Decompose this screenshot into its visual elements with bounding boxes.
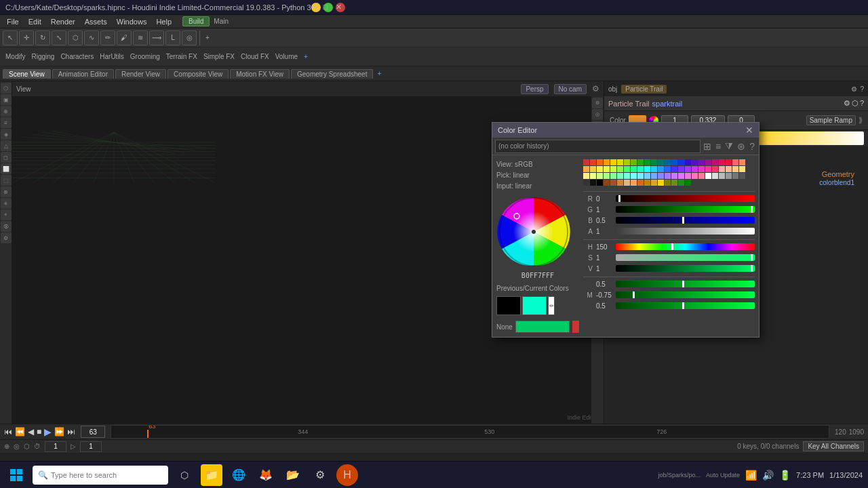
folder-icon[interactable]: 📂 <box>282 464 304 486</box>
palette-cell[interactable] <box>617 173 623 179</box>
palette-cell[interactable] <box>726 166 732 172</box>
frame-number-input[interactable] <box>81 426 105 438</box>
color-wheel[interactable] <box>496 195 571 269</box>
palette-cell[interactable] <box>624 173 630 179</box>
vrt-1[interactable]: ⚙ <box>592 98 603 108</box>
palette-cell[interactable] <box>732 173 738 179</box>
tab-scene-view[interactable]: Scene View <box>3 69 51 79</box>
tab-render-view[interactable]: Render View <box>115 69 166 79</box>
palette-cell[interactable] <box>610 180 616 186</box>
color-editor-dialog[interactable]: Color Editor ✕ (no color history) ⊞ ≡ ⧩ … <box>492 122 760 338</box>
ce-icon-list[interactable]: ≡ <box>714 141 722 152</box>
palette-cell[interactable] <box>651 180 657 186</box>
palette-cell[interactable] <box>698 159 705 165</box>
maximize-button[interactable]: □ <box>323 3 333 12</box>
palette-cell[interactable] <box>637 159 644 165</box>
palette-cell[interactable] <box>583 166 589 172</box>
build-button[interactable]: Build <box>182 16 210 26</box>
ltool-13[interactable]: ⦿ <box>1 221 12 232</box>
viewport-settings-icon[interactable]: ⚙ <box>592 84 599 94</box>
palette-cell[interactable] <box>644 166 650 172</box>
stop-btn[interactable]: ■ <box>37 427 41 436</box>
ltool-12[interactable]: ⌖ <box>1 209 12 220</box>
viewport-plus-btn[interactable]: + <box>205 34 210 41</box>
header-icon-1[interactable]: ⚙ <box>851 85 857 93</box>
tool-draw-curve[interactable]: ✏ <box>100 30 115 45</box>
palette-cell[interactable] <box>671 173 677 179</box>
palette-cell[interactable] <box>658 166 664 172</box>
swatch-previous[interactable] <box>496 296 521 315</box>
palette-cell[interactable] <box>610 173 616 179</box>
palette-cell[interactable] <box>651 173 657 179</box>
b-slider[interactable] <box>616 217 755 224</box>
palette-cell[interactable] <box>732 159 738 165</box>
tab-motion-fx[interactable]: Motion FX View <box>230 69 290 79</box>
palette-cell[interactable] <box>692 166 698 172</box>
end-frame-input[interactable] <box>80 441 102 452</box>
ltool-2[interactable]: ▣ <box>1 94 12 105</box>
prev-frame-btn[interactable]: ⏪ <box>15 427 25 436</box>
menu-render[interactable]: Render <box>47 16 79 27</box>
nh-icon-3[interactable]: ? <box>860 99 864 108</box>
palette-cell[interactable] <box>671 159 677 165</box>
ltool-9[interactable]: ⬚ <box>1 175 12 186</box>
swatch-current[interactable] <box>522 296 547 315</box>
v-slider[interactable] <box>616 265 755 272</box>
play-end-btn[interactable]: ⏭ <box>67 427 75 436</box>
start-frame-input[interactable] <box>45 441 66 452</box>
palette-cell[interactable] <box>705 159 711 165</box>
swatch-edit[interactable]: ✏ <box>548 296 555 315</box>
palette-cell[interactable] <box>739 159 745 165</box>
ltool-11[interactable]: ✳ <box>1 198 12 209</box>
sample-ramp-button[interactable]: Sample Ramp <box>806 115 856 125</box>
palette-cell[interactable] <box>712 166 718 172</box>
palette-cell[interactable] <box>671 180 677 186</box>
tool-l-system[interactable]: L <box>165 30 180 45</box>
palette-cell[interactable] <box>644 159 650 165</box>
ce-icon-grid[interactable]: ⊞ <box>702 141 713 152</box>
window-controls[interactable]: ─ □ ✕ <box>311 3 345 12</box>
palette-cell[interactable] <box>637 180 644 186</box>
palette-cell[interactable] <box>597 159 603 165</box>
palette-cell[interactable] <box>631 166 637 172</box>
extra1-slider[interactable] <box>616 281 755 287</box>
header-icon-2[interactable]: ? <box>860 85 864 93</box>
palette-cell[interactable] <box>590 173 596 179</box>
palette-cell[interactable] <box>678 159 684 165</box>
s-slider[interactable] <box>616 254 755 261</box>
taskview-button[interactable]: ⬡ <box>174 464 195 486</box>
tool-move[interactable]: ✛ <box>19 30 34 45</box>
palette-cell[interactable] <box>726 173 732 179</box>
palette-cell[interactable] <box>637 173 644 179</box>
palette-cell[interactable] <box>698 166 705 172</box>
ltool-10[interactable]: ⊗ <box>1 186 12 197</box>
menu-assets[interactable]: Assets <box>81 16 111 27</box>
next-frame-btn[interactable]: ⏩ <box>54 427 64 436</box>
search-input[interactable] <box>51 471 159 479</box>
play-back-btn[interactable]: ◀ <box>28 427 34 436</box>
extra3-slider[interactable] <box>616 302 755 309</box>
browser-icon[interactable]: 🦊 <box>255 464 277 486</box>
tool-path[interactable]: ⟿ <box>149 30 164 45</box>
ce-icon-sliders[interactable]: ⧩ <box>724 140 734 152</box>
palette-cell[interactable] <box>665 180 671 186</box>
nh-icon-2[interactable]: ⬡ <box>852 99 859 108</box>
palette-cell[interactable] <box>685 159 691 165</box>
palette-cell[interactable] <box>590 180 596 186</box>
extra2-slider[interactable] <box>616 291 755 298</box>
ce-icon-settings[interactable]: ? <box>748 141 756 152</box>
h-slider[interactable] <box>616 243 755 250</box>
tool-rotate[interactable]: ↻ <box>35 30 50 45</box>
tool-spray[interactable]: ≋ <box>133 30 148 45</box>
palette-cell[interactable] <box>617 180 623 186</box>
add-tab-button[interactable]: + <box>377 70 381 77</box>
palette-cell[interactable] <box>665 166 671 172</box>
palette-cell[interactable] <box>610 159 616 165</box>
palette-cell[interactable] <box>604 173 610 179</box>
ltool-14[interactable]: ⚙ <box>1 232 12 243</box>
palette-cell[interactable] <box>604 159 610 165</box>
palette-cell[interactable] <box>719 166 725 172</box>
settings-icon[interactable]: ⚙ <box>309 464 331 486</box>
palette-cell[interactable] <box>658 173 664 179</box>
palette-cell[interactable] <box>712 159 718 165</box>
